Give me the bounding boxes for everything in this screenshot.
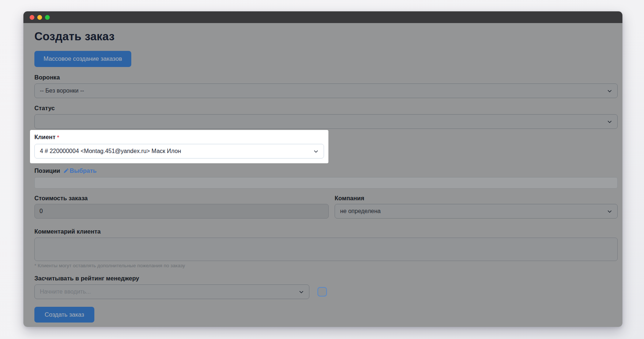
minimize-window-button[interactable] [37, 15, 42, 20]
client-select[interactable]: 4 # 220000004 <Montag.451@yandex.ru> Мас… [34, 144, 324, 159]
positions-choose-link[interactable]: Выбрать [63, 167, 97, 174]
chevron-down-icon [607, 119, 611, 123]
positions-label: Позиции [34, 167, 60, 174]
manager-rating-checkbox[interactable] [317, 287, 327, 297]
client-comment-textarea[interactable] [34, 238, 618, 261]
create-order-button[interactable]: Создать заказ [34, 307, 94, 323]
order-cost-input[interactable] [34, 204, 329, 219]
bulk-create-orders-button[interactable]: Массовое создание заказов [34, 51, 131, 67]
manager-rating-select[interactable]: Начните вводить... [34, 284, 309, 299]
company-label: Компания [335, 195, 618, 202]
manager-rating-row: Начните вводить... [34, 282, 618, 299]
positions-header: Позиции Выбрать [34, 167, 618, 174]
company-select[interactable]: не определена [335, 204, 618, 219]
funnel-select[interactable]: -- Без воронки -- [34, 83, 618, 98]
app-window: Создать заказ Массовое создание заказов … [23, 11, 622, 327]
client-field-highlight: Клиент* 4 # 220000004 <Montag.451@yandex… [30, 130, 328, 163]
manager-rating-label: Засчитывать в рейтинг менеджеру [34, 275, 618, 282]
chevron-down-icon [607, 88, 611, 92]
close-window-button[interactable] [30, 15, 34, 20]
required-asterisk: * [57, 134, 59, 140]
status-label: Статус [34, 105, 618, 112]
chevron-down-icon [607, 209, 611, 213]
client-select-value: 4 # 220000004 <Montag.451@yandex.ru> Мас… [40, 148, 181, 154]
client-comment-label: Комментарий клиента [34, 228, 618, 235]
client-label: Клиент* [34, 134, 324, 141]
status-select[interactable] [34, 114, 618, 129]
positions-input[interactable] [34, 177, 618, 189]
funnel-select-value: -- Без воронки -- [40, 87, 84, 94]
chevron-down-icon [299, 289, 303, 293]
desktop-background: Создать заказ Массовое создание заказов … [0, 0, 644, 339]
cost-company-row: Стоимость заказа Компания не определена [34, 189, 618, 219]
chevron-down-icon [314, 149, 318, 153]
client-comment-help: * Клиенты могут оставлять дополнительные… [34, 263, 618, 268]
window-titlebar [23, 11, 622, 23]
company-select-value: не определена [340, 208, 381, 215]
order-cost-label: Стоимость заказа [34, 195, 329, 202]
create-order-page: Создать заказ Массовое создание заказов … [23, 23, 622, 327]
manager-rating-placeholder: Начните вводить... [40, 288, 91, 295]
zoom-window-button[interactable] [45, 15, 50, 20]
pencil-icon [63, 168, 69, 174]
page-title: Создать заказ [34, 30, 618, 43]
funnel-label: Воронка [34, 74, 618, 81]
